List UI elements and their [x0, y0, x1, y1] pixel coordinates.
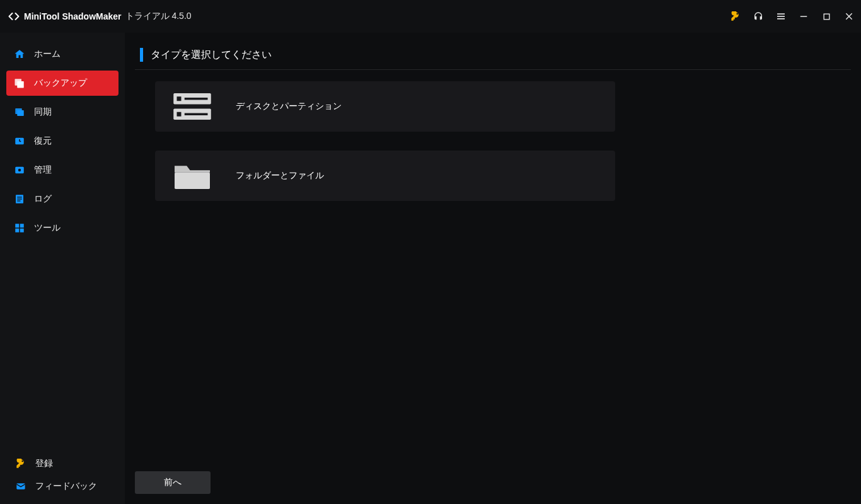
manage-icon: [14, 164, 25, 176]
prev-button[interactable]: 前へ: [135, 471, 211, 494]
svg-rect-22: [177, 96, 182, 101]
svg-rect-2: [777, 18, 785, 20]
sidebar-item-restore[interactable]: 復元: [6, 129, 118, 154]
svg-point-11: [18, 169, 21, 172]
sidebar-item-manage[interactable]: 管理: [6, 158, 118, 183]
titlebar: MiniTool ShadowMaker トライアル 4.5.0: [0, 0, 861, 33]
svg-rect-14: [17, 198, 22, 199]
sidebar-item-label: 復元: [34, 135, 52, 147]
sidebar-item-sync[interactable]: 同期: [6, 100, 118, 125]
restore-icon: [14, 135, 25, 147]
svg-rect-17: [20, 224, 24, 227]
disk-icon: [170, 88, 214, 125]
option-folders-files[interactable]: フォルダーとファイル: [155, 151, 615, 201]
svg-rect-1: [777, 16, 785, 17]
svg-rect-4: [824, 14, 829, 20]
page-title: タイプを選択してください: [151, 49, 272, 62]
sync-icon: [14, 106, 25, 118]
menu-icon[interactable]: [775, 11, 787, 22]
headset-icon[interactable]: [753, 11, 764, 22]
sidebar-feedback[interactable]: フィードバック: [6, 475, 118, 498]
register-key-icon[interactable]: [730, 11, 741, 22]
maximize-icon[interactable]: [821, 11, 832, 22]
sidebar-item-log[interactable]: ログ: [6, 186, 118, 212]
sidebar-item-backup[interactable]: バックアップ: [6, 71, 118, 96]
option-label: ディスクとパーティション: [236, 101, 342, 112]
svg-rect-23: [185, 98, 208, 100]
sidebar-register-label: 登録: [35, 458, 53, 469]
svg-rect-6: [17, 81, 24, 88]
svg-rect-13: [17, 197, 22, 197]
option-disks-partitions[interactable]: ディスクとパーティション: [155, 81, 615, 132]
mail-icon: [15, 481, 26, 492]
main-panel: タイプを選択してください ディスクとパー: [125, 33, 861, 504]
svg-rect-16: [15, 224, 19, 227]
svg-rect-19: [20, 229, 24, 232]
svg-rect-0: [777, 13, 785, 14]
tools-icon: [14, 222, 25, 234]
app-logo-icon: [8, 10, 20, 23]
sidebar: ホーム バックアップ 同期 復元: [0, 33, 125, 504]
sidebar-item-label: 同期: [34, 106, 52, 118]
svg-rect-26: [185, 113, 208, 116]
app-edition: トライアル 4.5.0: [125, 11, 192, 22]
sidebar-item-label: 管理: [34, 164, 52, 176]
sidebar-register[interactable]: 登録: [6, 452, 118, 475]
sidebar-item-label: ログ: [34, 193, 52, 205]
app-name: MiniTool ShadowMaker: [24, 11, 122, 21]
backup-icon: [14, 77, 25, 89]
svg-rect-3: [800, 16, 807, 16]
sidebar-item-home[interactable]: ホーム: [6, 42, 118, 67]
option-label: フォルダーとファイル: [236, 170, 324, 181]
svg-rect-8: [17, 110, 24, 116]
key-icon: [15, 458, 26, 469]
sidebar-item-label: ホーム: [34, 49, 61, 60]
sidebar-feedback-label: フィードバック: [35, 481, 97, 492]
sidebar-item-tools[interactable]: ツール: [6, 215, 118, 241]
svg-rect-25: [177, 112, 182, 117]
heading-divider: [135, 69, 851, 70]
log-icon: [14, 193, 25, 205]
folder-icon: [170, 157, 214, 195]
svg-rect-27: [175, 173, 210, 189]
prev-button-label: 前へ: [164, 477, 182, 488]
sidebar-item-label: ツール: [34, 222, 61, 234]
close-icon[interactable]: [843, 11, 855, 22]
svg-rect-18: [15, 229, 19, 232]
sidebar-item-label: バックアップ: [34, 77, 87, 89]
svg-rect-15: [17, 200, 20, 201]
heading-accent: [140, 48, 143, 62]
home-icon: [14, 49, 25, 60]
minimize-icon[interactable]: [798, 11, 809, 22]
